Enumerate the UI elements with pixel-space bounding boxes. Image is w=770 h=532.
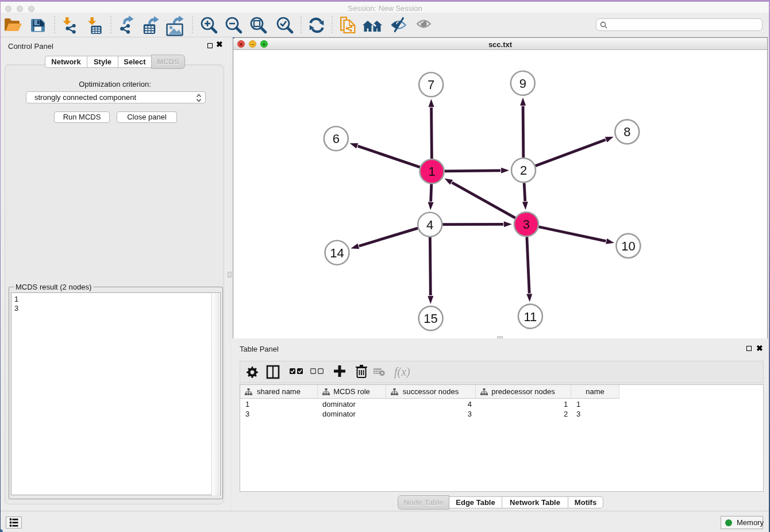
svg-text:11: 11 (523, 310, 537, 324)
svg-text:f(x): f(x) (394, 365, 410, 379)
svg-text:9: 9 (519, 76, 526, 91)
svg-text:6: 6 (333, 132, 340, 146)
svg-text:14: 14 (330, 246, 344, 260)
svg-text:8: 8 (623, 125, 630, 139)
svg-text:1: 1 (428, 164, 435, 179)
svg-text:2: 2 (520, 163, 527, 178)
svg-text:10: 10 (621, 239, 635, 253)
svg-text:15: 15 (424, 311, 437, 326)
svg-text:3: 3 (523, 217, 530, 232)
svg-text:7: 7 (428, 78, 434, 92)
svg-text:4: 4 (426, 218, 433, 232)
